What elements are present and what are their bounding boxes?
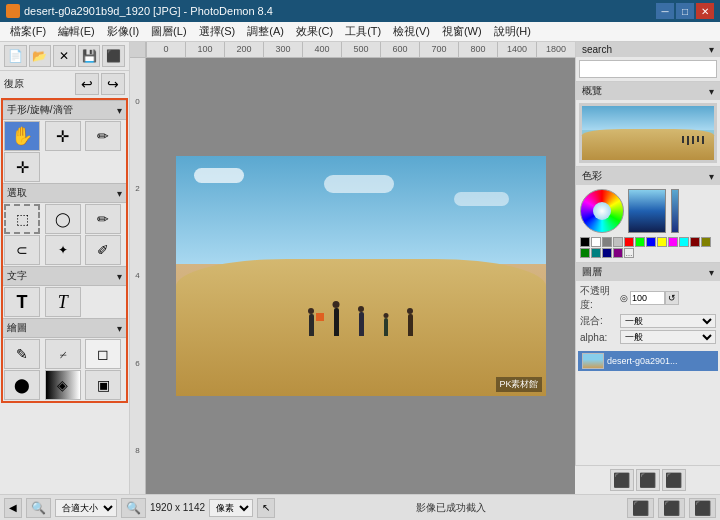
color-header[interactable]: 色彩 ▾	[576, 167, 720, 185]
search-input[interactable]	[579, 60, 717, 78]
close-button[interactable]: ✕	[696, 3, 714, 19]
crosshair-tool-button[interactable]: ✛	[4, 152, 40, 182]
alpha-select[interactable]: 一般	[620, 330, 716, 344]
overview-section: 概覽 ▾	[576, 82, 720, 167]
eyedropper-tool-button[interactable]: ✏	[85, 121, 121, 151]
nav-prev-button[interactable]: ◀	[4, 498, 22, 518]
ellipse-select-button[interactable]: ◯	[45, 204, 81, 234]
swatch-maroon[interactable]	[690, 237, 700, 247]
new-file-button[interactable]: 📄	[4, 45, 27, 67]
brush-button[interactable]: ⌿	[45, 339, 81, 369]
opacity-icon: ◎	[620, 293, 628, 303]
layers-btn-3[interactable]: ⬛	[689, 498, 716, 518]
shape-button[interactable]: ▣	[85, 370, 121, 400]
undo-button[interactable]: ↩	[75, 73, 99, 95]
text-italic-button[interactable]: T	[45, 287, 81, 317]
print-button[interactable]: ⬛	[102, 45, 125, 67]
overview-header[interactable]: 概覽 ▾	[576, 82, 720, 100]
opacity-input[interactable]	[630, 291, 665, 305]
swatch-olive[interactable]	[701, 237, 711, 247]
swatch-silver[interactable]	[613, 237, 623, 247]
search-header: search ▾	[576, 42, 720, 57]
cloud-2	[324, 175, 394, 193]
swatch-teal[interactable]	[591, 248, 601, 258]
menu-help[interactable]: 說明(H)	[488, 22, 537, 41]
pen-select-button[interactable]: ✐	[85, 235, 121, 265]
close-file-button[interactable]: ✕	[53, 45, 76, 67]
menu-edit[interactable]: 編輯(E)	[52, 22, 101, 41]
zoom-in-button[interactable]: 🔍	[121, 498, 146, 518]
swatch-more[interactable]: …	[624, 248, 634, 258]
maximize-button[interactable]: □	[676, 3, 694, 19]
color-square[interactable]	[628, 189, 666, 233]
unit-select[interactable]: 像素	[209, 499, 253, 517]
menu-layer[interactable]: 圖層(L)	[145, 22, 192, 41]
swatch-magenta[interactable]	[668, 237, 678, 247]
swatch-blue[interactable]	[646, 237, 656, 247]
swatch-black[interactable]	[580, 237, 590, 247]
rect-select-button[interactable]: ⬚	[4, 204, 40, 234]
menu-file[interactable]: 檔案(F)	[4, 22, 52, 41]
color-strip-bar[interactable]	[671, 189, 679, 233]
layers-btn-2[interactable]: ⬛	[658, 498, 685, 518]
cursor-tool-button[interactable]: ↖	[257, 498, 275, 518]
swatch-navy[interactable]	[602, 248, 612, 258]
color-wheel[interactable]	[580, 189, 624, 233]
layer-item[interactable]: desert-g0a2901...	[578, 351, 718, 371]
swatch-red[interactable]	[624, 237, 634, 247]
swatch-cyan[interactable]	[679, 237, 689, 247]
magic-select-button[interactable]: ✦	[45, 235, 81, 265]
layers-btn-1[interactable]: ⬛	[627, 498, 654, 518]
eraser-button[interactable]: ◻	[85, 339, 121, 369]
draw-select-button[interactable]: ✏	[85, 204, 121, 234]
pf-2	[687, 136, 689, 145]
save-file-button[interactable]: 💾	[78, 45, 101, 67]
swatch-white[interactable]	[591, 237, 601, 247]
zoom-select[interactable]: 合適大小	[55, 499, 117, 517]
ruler-400: 400	[302, 42, 341, 58]
open-file-button[interactable]: 📂	[29, 45, 52, 67]
opacity-label: 不透明度:	[580, 284, 620, 312]
blend-select[interactable]: 一般	[620, 314, 716, 328]
swatch-green[interactable]	[635, 237, 645, 247]
fill-button[interactable]: ⬤	[4, 370, 40, 400]
layer-delete-button[interactable]: ⬛	[662, 469, 686, 491]
minimize-button[interactable]: ─	[656, 3, 674, 19]
menu-adjust[interactable]: 調整(A)	[241, 22, 290, 41]
zoom-fit-button[interactable]: 🔍	[26, 498, 51, 518]
menu-window[interactable]: 視窗(W)	[436, 22, 488, 41]
right-panel: search ▾ 概覽 ▾	[575, 42, 720, 494]
swatch-darkgreen[interactable]	[580, 248, 590, 258]
menu-effect[interactable]: 效果(C)	[290, 22, 339, 41]
canvas-content[interactable]: PK素材館	[146, 58, 575, 494]
text-tool-button[interactable]: T	[4, 287, 40, 317]
color-swatches: …	[580, 237, 716, 258]
redo-button[interactable]: ↪	[101, 73, 125, 95]
gradient-button[interactable]: ◈	[45, 370, 81, 400]
swatch-gray[interactable]	[602, 237, 612, 247]
menu-image[interactable]: 影像(I)	[101, 22, 145, 41]
layers-header[interactable]: 圖層 ▾	[576, 263, 720, 281]
pencil-button[interactable]: ✎	[4, 339, 40, 369]
undo-redo-row: 復原 ↩ ↪	[0, 71, 129, 97]
move-tool-button[interactable]: ✛	[45, 121, 81, 151]
layer-controls: 不透明度: ◎ ↺ 混合: 一般 alpha: 一般	[576, 281, 720, 349]
section-hand-label: 手形/旋轉/滴管 ▾	[3, 100, 126, 120]
lasso-button[interactable]: ⊂	[4, 235, 40, 265]
ruler-corner	[130, 42, 146, 58]
menu-view[interactable]: 檢視(V)	[387, 22, 436, 41]
hand-tool-button[interactable]: ✋	[4, 121, 40, 151]
swatch-yellow[interactable]	[657, 237, 667, 247]
section2-chevron: ▾	[117, 188, 122, 199]
layer-stack-button[interactable]: ⬛	[610, 469, 634, 491]
menu-select[interactable]: 選擇(S)	[193, 22, 242, 41]
status-text: 影像已成功截入	[279, 501, 623, 515]
ruler-left: 0 2 4 6 8	[130, 58, 146, 494]
menu-tools[interactable]: 工具(T)	[339, 22, 387, 41]
ruler-0: 0	[146, 42, 185, 58]
layer-add-button[interactable]: ⬛	[636, 469, 660, 491]
ruler-v-0: 0	[135, 97, 139, 106]
opacity-reset-button[interactable]: ↺	[665, 291, 679, 305]
menubar: 檔案(F) 編輯(E) 影像(I) 圖層(L) 選擇(S) 調整(A) 效果(C…	[0, 22, 720, 42]
swatch-purple[interactable]	[613, 248, 623, 258]
